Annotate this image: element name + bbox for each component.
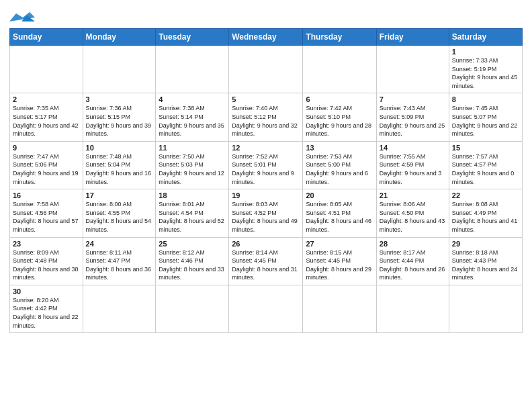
calendar-cell: 14Sunrise: 7:55 AM Sunset: 4:59 PM Dayli… — [376, 141, 449, 189]
day-number: 15 — [452, 144, 519, 152]
day-number: 28 — [380, 240, 446, 248]
day-info: Sunrise: 8:08 AM Sunset: 4:49 PM Dayligh… — [452, 200, 519, 234]
day-info: Sunrise: 8:06 AM Sunset: 4:50 PM Dayligh… — [380, 200, 446, 234]
day-number: 18 — [159, 191, 226, 199]
day-info: Sunrise: 7:42 AM Sunset: 5:10 PM Dayligh… — [306, 104, 373, 138]
calendar-cell: 23Sunrise: 8:09 AM Sunset: 4:48 PM Dayli… — [10, 237, 83, 285]
day-info: Sunrise: 7:48 AM Sunset: 5:04 PM Dayligh… — [86, 152, 153, 186]
day-info: Sunrise: 7:36 AM Sunset: 5:15 PM Dayligh… — [86, 104, 153, 138]
day-number: 26 — [232, 240, 300, 248]
day-number: 8 — [452, 95, 519, 103]
calendar-cell: 4Sunrise: 7:38 AM Sunset: 5:14 PM Daylig… — [156, 93, 229, 141]
day-info: Sunrise: 8:17 AM Sunset: 4:44 PM Dayligh… — [380, 248, 446, 282]
day-of-week-header: Friday — [376, 29, 449, 46]
day-info: Sunrise: 8:09 AM Sunset: 4:48 PM Dayligh… — [13, 248, 80, 282]
calendar-cell: 17Sunrise: 8:00 AM Sunset: 4:55 PM Dayli… — [83, 189, 156, 237]
day-info: Sunrise: 7:33 AM Sunset: 5:19 PM Dayligh… — [452, 56, 519, 90]
calendar-cell — [449, 285, 522, 332]
day-number: 16 — [13, 191, 80, 199]
calendar-cell — [156, 46, 229, 93]
day-number: 19 — [232, 191, 300, 199]
calendar-cell: 8Sunrise: 7:45 AM Sunset: 5:07 PM Daylig… — [449, 93, 522, 141]
calendar-cell: 2Sunrise: 7:35 AM Sunset: 5:17 PM Daylig… — [10, 93, 83, 141]
day-number: 27 — [306, 240, 373, 248]
calendar-cell — [229, 46, 303, 93]
day-info: Sunrise: 7:58 AM Sunset: 4:56 PM Dayligh… — [13, 200, 80, 234]
day-info: Sunrise: 7:45 AM Sunset: 5:07 PM Dayligh… — [452, 104, 519, 138]
day-info: Sunrise: 7:43 AM Sunset: 5:09 PM Dayligh… — [380, 104, 446, 138]
calendar-cell: 25Sunrise: 8:12 AM Sunset: 4:46 PM Dayli… — [156, 237, 229, 285]
day-number: 10 — [86, 144, 153, 152]
day-number: 30 — [13, 287, 80, 295]
day-number: 9 — [13, 144, 80, 152]
calendar-cell: 3Sunrise: 7:36 AM Sunset: 5:15 PM Daylig… — [83, 93, 156, 141]
calendar-cell: 19Sunrise: 8:03 AM Sunset: 4:52 PM Dayli… — [229, 189, 303, 237]
day-info: Sunrise: 7:57 AM Sunset: 4:57 PM Dayligh… — [452, 152, 519, 186]
day-number: 4 — [159, 95, 226, 103]
calendar-week-row: 1Sunrise: 7:33 AM Sunset: 5:19 PM Daylig… — [10, 46, 523, 93]
calendar-cell — [10, 46, 83, 93]
calendar-cell: 15Sunrise: 7:57 AM Sunset: 4:57 PM Dayli… — [449, 141, 522, 189]
day-info: Sunrise: 8:18 AM Sunset: 4:43 PM Dayligh… — [452, 248, 519, 282]
calendar-cell: 21Sunrise: 8:06 AM Sunset: 4:50 PM Dayli… — [376, 189, 449, 237]
day-number: 29 — [452, 240, 519, 248]
day-of-week-header: Monday — [83, 29, 156, 46]
calendar-cell — [83, 285, 156, 332]
logo-icon — [9, 12, 35, 23]
day-info: Sunrise: 8:05 AM Sunset: 4:51 PM Dayligh… — [306, 200, 373, 234]
day-info: Sunrise: 8:11 AM Sunset: 4:47 PM Dayligh… — [86, 248, 153, 282]
day-number: 20 — [306, 191, 373, 199]
calendar-cell — [83, 46, 156, 93]
day-of-week-header: Saturday — [449, 29, 522, 46]
calendar-cell — [376, 285, 449, 332]
calendar-cell: 28Sunrise: 8:17 AM Sunset: 4:44 PM Dayli… — [376, 237, 449, 285]
calendar-cell: 30Sunrise: 8:20 AM Sunset: 4:42 PM Dayli… — [10, 285, 83, 332]
day-info: Sunrise: 7:52 AM Sunset: 5:01 PM Dayligh… — [232, 152, 300, 186]
day-info: Sunrise: 7:53 AM Sunset: 5:00 PM Dayligh… — [306, 152, 373, 186]
calendar-cell: 18Sunrise: 8:01 AM Sunset: 4:54 PM Dayli… — [156, 189, 229, 237]
day-info: Sunrise: 7:55 AM Sunset: 4:59 PM Dayligh… — [380, 152, 446, 186]
logo — [9, 11, 35, 23]
day-number: 12 — [232, 144, 300, 152]
day-number: 3 — [86, 95, 153, 103]
day-info: Sunrise: 7:50 AM Sunset: 5:03 PM Dayligh… — [159, 152, 226, 186]
calendar-cell: 27Sunrise: 8:15 AM Sunset: 4:45 PM Dayli… — [303, 237, 376, 285]
calendar-cell: 12Sunrise: 7:52 AM Sunset: 5:01 PM Dayli… — [229, 141, 303, 189]
day-number: 25 — [159, 240, 226, 248]
calendar-cell — [229, 285, 303, 332]
day-of-week-header: Thursday — [303, 29, 376, 46]
calendar-cell: 22Sunrise: 8:08 AM Sunset: 4:49 PM Dayli… — [449, 189, 522, 237]
day-info: Sunrise: 7:47 AM Sunset: 5:06 PM Dayligh… — [13, 152, 80, 186]
calendar-header-row: SundayMondayTuesdayWednesdayThursdayFrid… — [10, 29, 523, 46]
day-number: 13 — [306, 144, 373, 152]
day-number: 11 — [159, 144, 226, 152]
day-number: 6 — [306, 95, 373, 103]
day-info: Sunrise: 7:38 AM Sunset: 5:14 PM Dayligh… — [159, 104, 226, 138]
day-info: Sunrise: 7:40 AM Sunset: 5:12 PM Dayligh… — [232, 104, 300, 138]
day-number: 14 — [380, 144, 446, 152]
calendar-cell: 26Sunrise: 8:14 AM Sunset: 4:45 PM Dayli… — [229, 237, 303, 285]
day-of-week-header: Wednesday — [229, 29, 303, 46]
calendar-cell: 10Sunrise: 7:48 AM Sunset: 5:04 PM Dayli… — [83, 141, 156, 189]
calendar-cell — [156, 285, 229, 332]
day-number: 5 — [232, 95, 300, 103]
day-number: 22 — [452, 191, 519, 199]
day-number: 23 — [13, 240, 80, 248]
day-info: Sunrise: 8:14 AM Sunset: 4:45 PM Dayligh… — [232, 248, 300, 282]
day-info: Sunrise: 8:00 AM Sunset: 4:55 PM Dayligh… — [86, 200, 153, 234]
day-of-week-header: Sunday — [10, 29, 83, 46]
calendar-week-row: 16Sunrise: 7:58 AM Sunset: 4:56 PM Dayli… — [10, 189, 523, 237]
calendar-week-row: 2Sunrise: 7:35 AM Sunset: 5:17 PM Daylig… — [10, 93, 523, 141]
calendar-week-row: 9Sunrise: 7:47 AM Sunset: 5:06 PM Daylig… — [10, 141, 523, 189]
page: SundayMondayTuesdayWednesdayThursdayFrid… — [0, 0, 532, 342]
calendar: SundayMondayTuesdayWednesdayThursdayFrid… — [9, 28, 523, 333]
day-info: Sunrise: 8:15 AM Sunset: 4:45 PM Dayligh… — [306, 248, 373, 282]
day-info: Sunrise: 8:20 AM Sunset: 4:42 PM Dayligh… — [13, 296, 80, 330]
day-number: 7 — [380, 95, 446, 103]
calendar-cell: 1Sunrise: 7:33 AM Sunset: 5:19 PM Daylig… — [449, 46, 522, 93]
calendar-cell — [303, 46, 376, 93]
calendar-cell: 29Sunrise: 8:18 AM Sunset: 4:43 PM Dayli… — [449, 237, 522, 285]
calendar-cell: 9Sunrise: 7:47 AM Sunset: 5:06 PM Daylig… — [10, 141, 83, 189]
day-number: 21 — [380, 191, 446, 199]
calendar-cell — [303, 285, 376, 332]
